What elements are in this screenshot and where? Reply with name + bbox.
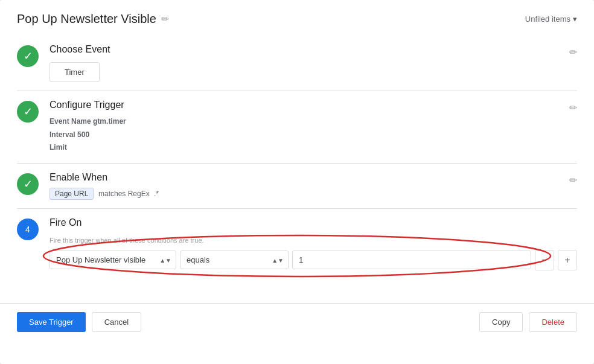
- condition-tag: Page URL: [50, 188, 94, 200]
- dialog-container: Pop Up Newsletter Visible ✏ Unfiled item…: [0, 0, 594, 364]
- step3-icon: ✓: [17, 173, 39, 195]
- footer-left: Save Trigger Cancel: [17, 312, 141, 332]
- condition-value-input[interactable]: [292, 251, 531, 269]
- event-name-row: Event Name gtm.timer: [50, 115, 577, 129]
- step4-number: 4: [25, 225, 30, 234]
- step1-title: Choose Event: [50, 44, 577, 55]
- save-trigger-button[interactable]: Save Trigger: [17, 312, 86, 332]
- step3-content: Enable When Page URL matches RegEx .*: [50, 172, 577, 200]
- condition-op: matches RegEx: [98, 190, 150, 198]
- step2-config-info: Event Name gtm.timer Interval 500 Limit: [50, 115, 577, 155]
- step3-condition: Page URL matches RegEx .*: [50, 188, 577, 200]
- copy-button[interactable]: Copy: [479, 312, 523, 332]
- step2-content: Configure Trigger Event Name gtm.timer I…: [50, 100, 577, 155]
- dialog-title-text: Pop Up Newsletter Visible: [17, 12, 156, 26]
- footer-right: Copy Delete: [479, 312, 577, 332]
- operator-select[interactable]: equals contains matches RegEx starts wit…: [180, 251, 289, 269]
- step-enable-when: ✓ Enable When Page URL matches RegEx .* …: [17, 164, 577, 209]
- step4-icon: 4: [17, 219, 39, 240]
- timer-box: Timer: [50, 62, 100, 82]
- unfiled-dropdown-icon: ▾: [573, 14, 577, 24]
- step3-edit-icon[interactable]: ✏: [569, 174, 577, 186]
- condition-val: .*: [154, 190, 159, 198]
- remove-condition-button[interactable]: −: [535, 250, 554, 270]
- step3-checkmark: ✓: [24, 177, 33, 191]
- delete-button[interactable]: Delete: [529, 312, 577, 332]
- step1-edit-icon[interactable]: ✏: [569, 46, 577, 58]
- dialog-header: Pop Up Newsletter Visible ✏ Unfiled item…: [0, 0, 594, 36]
- variable-select[interactable]: Pop Up Newsletter visible Page URL Event…: [50, 251, 176, 269]
- title-edit-icon[interactable]: ✏: [161, 13, 169, 25]
- interval-row: Interval 500: [50, 129, 577, 142]
- step2-icon: ✓: [17, 101, 39, 123]
- cancel-button[interactable]: Cancel: [92, 312, 141, 332]
- step1-checkmark: ✓: [24, 49, 33, 63]
- unfiled-button[interactable]: Unfiled items ▾: [525, 14, 577, 24]
- step1-icon: ✓: [17, 45, 39, 67]
- step4-content: Fire On Fire this trigger when all of th…: [50, 217, 577, 283]
- add-condition-button[interactable]: +: [558, 250, 577, 270]
- step1-content: Choose Event Timer: [50, 44, 577, 82]
- step-choose-event: ✓ Choose Event Timer ✏: [17, 36, 577, 91]
- step4-title: Fire On: [50, 217, 577, 228]
- fire-condition-text: Fire this trigger when all of these cond…: [50, 237, 577, 244]
- step-fire-on: 4 Fire On Fire this trigger when all of …: [17, 209, 577, 291]
- step3-title: Enable When: [50, 172, 577, 183]
- dialog-title-group: Pop Up Newsletter Visible ✏: [17, 12, 169, 26]
- fire-on-wrapper: Fire this trigger when all of these cond…: [50, 233, 577, 283]
- unfiled-label: Unfiled items: [525, 14, 570, 24]
- step2-title: Configure Trigger: [50, 100, 577, 110]
- step2-checkmark: ✓: [24, 105, 33, 118]
- dialog-body: ✓ Choose Event Timer ✏ ✓ Configure Trigg…: [0, 36, 594, 303]
- dialog-footer: Save Trigger Cancel Copy Delete: [0, 303, 594, 340]
- condition-row: Pop Up Newsletter visible Page URL Event…: [50, 250, 577, 270]
- limit-row: Limit: [50, 141, 577, 155]
- operator-select-wrapper: equals contains matches RegEx starts wit…: [180, 251, 289, 269]
- step2-edit-icon[interactable]: ✏: [569, 102, 577, 113]
- variable-select-wrapper: Pop Up Newsletter visible Page URL Event…: [50, 251, 176, 269]
- step-configure-trigger: ✓ Configure Trigger Event Name gtm.timer…: [17, 91, 577, 164]
